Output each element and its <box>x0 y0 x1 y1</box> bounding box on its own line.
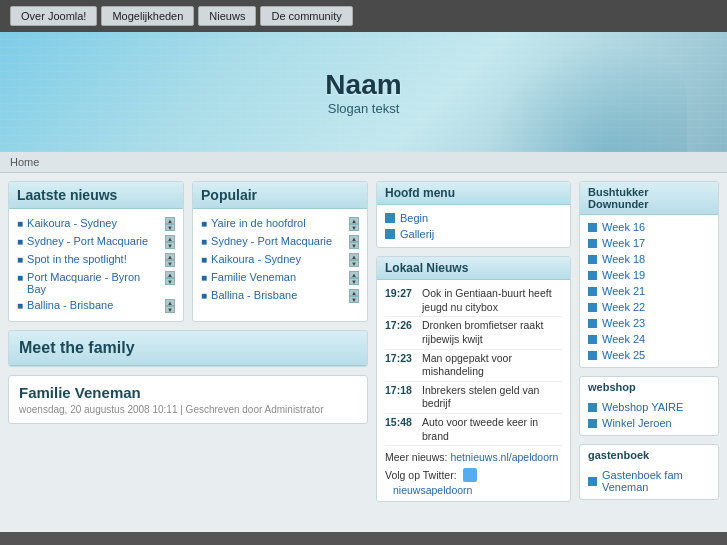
list-item[interactable]: Gallerij <box>385 226 562 242</box>
laatste-nieuws-box: Laatste nieuws ■Kaikoura - Sydney▲▼■Sydn… <box>8 181 184 322</box>
nav-tab-de-community[interactable]: De community <box>260 6 352 26</box>
scroll-up-btn[interactable]: ▲ <box>165 217 175 224</box>
list-item[interactable]: Week 24 <box>588 331 710 347</box>
list-item[interactable]: ■Kaikoura - Sydney▲▼ <box>17 215 175 233</box>
laatste-nieuws-title: Laatste nieuws <box>9 182 183 209</box>
scroll-up-btn[interactable]: ▲ <box>349 271 359 278</box>
scroll-up-btn[interactable]: ▲ <box>165 253 175 260</box>
bullet-icon: ■ <box>17 272 23 283</box>
scroll-up-btn[interactable]: ▲ <box>349 253 359 260</box>
site-title: Naam <box>325 69 401 101</box>
list-item[interactable]: Week 21 <box>588 283 710 299</box>
list-item[interactable]: Week 17 <box>588 235 710 251</box>
list-item[interactable]: ■Kaikoura - Sydney▲▼ <box>201 251 359 269</box>
twitter-handle[interactable]: nieuwsapeldoorn <box>385 484 562 496</box>
bullet-icon: ■ <box>17 254 23 265</box>
scroll-up-btn[interactable]: ▲ <box>165 235 175 242</box>
lokaal-nieuws-section: Lokaal Nieuws 19:27Ook in Gentiaan-buurt… <box>376 256 571 502</box>
nav-tab-over-joomla[interactable]: Over Joomla! <box>10 6 97 26</box>
bullet-icon <box>588 335 597 344</box>
bullet-icon <box>588 271 597 280</box>
list-item[interactable]: ■Ballina - Brisbane▲▼ <box>17 297 175 315</box>
list-item[interactable]: Gastenboek fam Veneman <box>588 467 710 495</box>
menu-icon <box>385 213 395 223</box>
bullet-icon: ■ <box>201 218 207 229</box>
list-item[interactable]: Winkel Jeroen <box>588 415 710 431</box>
bullet-icon <box>588 287 597 296</box>
list-item[interactable]: ■Sydney - Port Macquarie▲▼ <box>17 233 175 251</box>
lokaal-nieuws-content: 19:27Ook in Gentiaan-buurt heeft jeugd n… <box>377 280 570 501</box>
content-area: Laatste nieuws ■Kaikoura - Sydney▲▼■Sydn… <box>0 173 727 532</box>
scroll-up-btn[interactable]: ▲ <box>349 289 359 296</box>
populair-content: ■Yaire in de hoofdrol▲▼■Sydney - Port Ma… <box>193 209 367 311</box>
scroll-down-btn[interactable]: ▼ <box>349 278 359 285</box>
news-time: 15:48 <box>385 416 417 443</box>
news-text[interactable]: Inbrekers stelen geld van bedrijf <box>422 384 562 411</box>
meer-nieuws-label: Meer nieuws: <box>385 451 447 463</box>
hoofd-menu-content: BeginGallerij <box>377 205 570 247</box>
header-silhouette <box>487 42 687 152</box>
scroll-down-btn[interactable]: ▼ <box>349 224 359 231</box>
list-item[interactable]: ■Familie Veneman▲▼ <box>201 269 359 287</box>
scroll-down-btn[interactable]: ▼ <box>165 278 175 285</box>
nav-tab-nieuws[interactable]: Nieuws <box>198 6 256 26</box>
meer-nieuws-line: Meer nieuws: hetnieuws.nl/apeldoorn <box>385 446 562 466</box>
twitter-icon[interactable] <box>463 468 477 482</box>
scroll-down-btn[interactable]: ▼ <box>165 260 175 267</box>
main-wrapper: Home Laatste nieuws ■Kaikoura - Sydney▲▼… <box>0 152 727 532</box>
list-item[interactable]: Week 22 <box>588 299 710 315</box>
news-time: 19:27 <box>385 287 417 314</box>
scroll-up-btn[interactable]: ▲ <box>349 217 359 224</box>
scroll-down-btn[interactable]: ▼ <box>349 242 359 249</box>
top-navigation: Over Joomla!MogelijkhedenNieuwsDe commun… <box>0 0 727 32</box>
news-text[interactable]: Dronken bromfietser raakt rijbewijs kwij… <box>422 319 562 346</box>
populair-box: Populair ■Yaire in de hoofdrol▲▼■Sydney … <box>192 181 368 322</box>
list-item[interactable]: Week 25 <box>588 347 710 363</box>
news-text[interactable]: Man opgepakt voor mishandeling <box>422 352 562 379</box>
bushtukker-content: Week 16Week 17Week 18Week 19Week 21Week … <box>580 215 718 367</box>
list-item[interactable]: Webshop YAIRE <box>588 399 710 415</box>
scroll-up-btn[interactable]: ▲ <box>165 299 175 306</box>
list-item[interactable]: Week 16 <box>588 219 710 235</box>
bullet-icon: ■ <box>201 236 207 247</box>
hoofd-menu-title: Hoofd menu <box>377 182 570 205</box>
news-text[interactable]: Ook in Gentiaan-buurt heeft jeugd nu cit… <box>422 287 562 314</box>
volg-twitter-line: Volg op Twitter: <box>385 466 562 484</box>
lokaal-nieuws-title: Lokaal Nieuws <box>377 257 570 280</box>
familie-veneman-box: Familie Veneman woensdag, 20 augustus 20… <box>8 375 368 424</box>
list-item: 15:48Auto voor tweede keer in brand <box>385 414 562 446</box>
bullet-icon: ■ <box>201 272 207 283</box>
bullet-icon: ■ <box>201 254 207 265</box>
scroll-down-btn[interactable]: ▼ <box>165 306 175 313</box>
list-item[interactable]: ■Spot in the spotlight!▲▼ <box>17 251 175 269</box>
webshop-label: webshop <box>580 377 718 395</box>
scroll-down-btn[interactable]: ▼ <box>165 224 175 231</box>
bullet-icon <box>588 319 597 328</box>
hoofd-menu-section: Hoofd menu BeginGallerij <box>376 181 571 248</box>
scroll-down-btn[interactable]: ▼ <box>349 260 359 267</box>
meer-nieuws-link[interactable]: hetnieuws.nl/apeldoorn <box>450 451 558 463</box>
list-item[interactable]: ■Sydney - Port Macquarie▲▼ <box>201 233 359 251</box>
list-item[interactable]: Week 19 <box>588 267 710 283</box>
scroll-up-btn[interactable]: ▲ <box>165 271 175 278</box>
list-item[interactable]: Week 18 <box>588 251 710 267</box>
list-item[interactable]: Begin <box>385 210 562 226</box>
nav-tab-mogelijkheden[interactable]: Mogelijkheden <box>101 6 194 26</box>
left-column: Laatste nieuws ■Kaikoura - Sydney▲▼■Sydn… <box>8 181 368 524</box>
meet-family-title: Meet the family <box>9 331 367 366</box>
scroll-up-btn[interactable]: ▲ <box>349 235 359 242</box>
webshop-content: Webshop YAIREWinkel Jeroen <box>580 395 718 435</box>
webshop-section: webshop Webshop YAIREWinkel Jeroen <box>579 376 719 436</box>
gastenboek-label: gastenboek <box>580 445 718 463</box>
list-item[interactable]: ■Port Macquarie - Byron Bay▲▼ <box>17 269 175 297</box>
familie-veneman-title[interactable]: Familie Veneman <box>19 384 357 401</box>
familie-veneman-meta: woensdag, 20 augustus 2008 10:11 | Gesch… <box>19 404 357 415</box>
scroll-down-btn[interactable]: ▼ <box>165 242 175 249</box>
news-text[interactable]: Auto voor tweede keer in brand <box>422 416 562 443</box>
list-item[interactable]: Week 23 <box>588 315 710 331</box>
list-item[interactable]: ■Yaire in de hoofdrol▲▼ <box>201 215 359 233</box>
bullet-icon <box>588 477 597 486</box>
menu-icon <box>385 229 395 239</box>
list-item[interactable]: ■Ballina - Brisbane▲▼ <box>201 287 359 305</box>
scroll-down-btn[interactable]: ▼ <box>349 296 359 303</box>
